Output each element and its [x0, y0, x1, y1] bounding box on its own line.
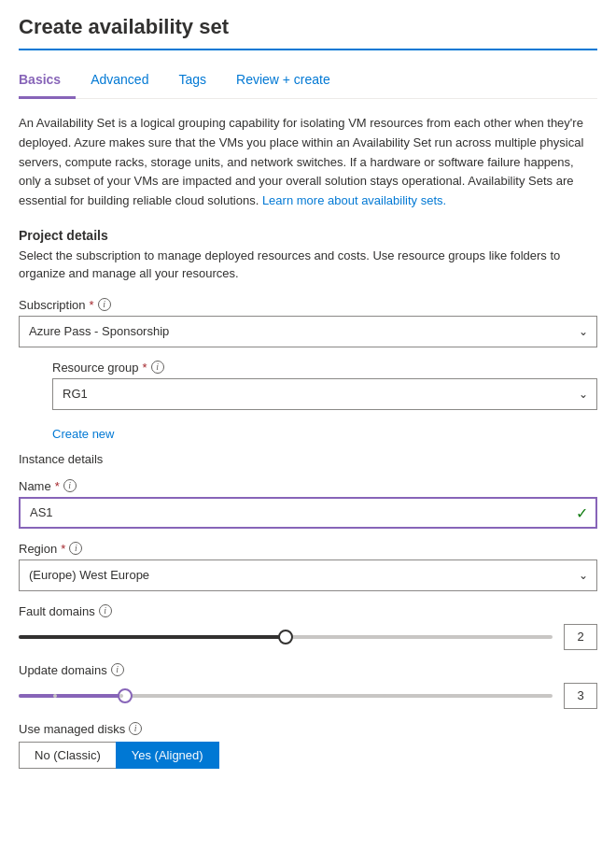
name-input[interactable] [19, 497, 597, 529]
name-field: Name * i ✓ [19, 479, 597, 529]
managed-disks-group: Use managed disks i No (Classic) Yes (Al… [19, 722, 597, 769]
region-field: Region * i (Europe) West Europe ⌄ [19, 542, 597, 591]
region-label: Region [19, 542, 57, 556]
subscription-select[interactable]: Azure Pass - Sponsorship [19, 316, 597, 347]
name-input-wrapper: ✓ [19, 497, 597, 529]
resource-group-info-icon[interactable]: i [151, 361, 164, 374]
fault-domains-group: Fault domains i 2 [19, 604, 597, 650]
fault-domains-label: Fault domains [19, 604, 95, 618]
tab-tags[interactable]: Tags [178, 64, 221, 99]
tab-review-create[interactable]: Review + create [236, 64, 345, 99]
subscription-label: Subscription [19, 298, 86, 312]
learn-more-link[interactable]: Learn more about availability sets. [262, 193, 446, 207]
region-required: * [61, 542, 65, 556]
project-details-subtitle: Select the subscription to manage deploy… [19, 247, 597, 283]
tab-basics[interactable]: Basics [19, 64, 76, 99]
update-domains-track[interactable] [19, 694, 553, 698]
managed-disks-label: Use managed disks [19, 722, 125, 736]
resource-group-select-wrapper: RG1 ⌄ [52, 378, 597, 410]
name-required: * [55, 479, 60, 493]
region-select[interactable]: (Europe) West Europe [19, 559, 597, 591]
region-select-wrapper: (Europe) West Europe ⌄ [19, 559, 597, 591]
name-label: Name [19, 479, 51, 493]
instance-details-label: Instance details [19, 452, 597, 466]
update-domains-group: Update domains i 3 [19, 663, 597, 709]
subscription-field: Subscription * i Azure Pass - Sponsorshi… [19, 298, 597, 347]
managed-disks-no-button[interactable]: No (Classic) [19, 742, 116, 769]
tab-advanced[interactable]: Advanced [91, 64, 163, 99]
fault-domains-value: 2 [564, 624, 597, 650]
name-valid-icon: ✓ [576, 503, 588, 521]
managed-disks-toggle-group: No (Classic) Yes (Aligned) [19, 742, 597, 769]
managed-disks-yes-button[interactable]: Yes (Aligned) [116, 742, 219, 769]
update-domains-label: Update domains [19, 663, 107, 677]
page-title: Create availability set [19, 15, 597, 50]
update-domains-slider-container: 3 [19, 683, 597, 709]
fault-domains-track[interactable] [19, 635, 553, 639]
resource-group-field: Resource group * i RG1 ⌄ [52, 361, 597, 410]
resource-group-label: Resource group [52, 361, 139, 375]
resource-group-section: Resource group * i RG1 ⌄ [52, 361, 597, 410]
project-details-title: Project details [19, 228, 597, 243]
managed-disks-info-icon[interactable]: i [129, 722, 142, 735]
tab-bar: Basics Advanced Tags Review + create [19, 64, 597, 99]
create-new-link[interactable]: Create new [52, 427, 114, 441]
resource-group-required: * [143, 361, 147, 375]
fault-domains-slider-container: 2 [19, 624, 597, 650]
fault-domains-info-icon[interactable]: i [99, 604, 112, 617]
update-domains-info-icon[interactable]: i [111, 663, 124, 676]
update-domains-value: 3 [564, 683, 597, 709]
region-info-icon[interactable]: i [69, 542, 82, 555]
name-info-icon[interactable]: i [63, 479, 77, 492]
subscription-select-wrapper: Azure Pass - Sponsorship ⌄ [19, 316, 597, 347]
subscription-info-icon[interactable]: i [98, 298, 111, 311]
subscription-required: * [90, 298, 94, 312]
description-text: An Availability Set is a logical groupin… [19, 114, 597, 211]
resource-group-select[interactable]: RG1 [52, 378, 597, 410]
